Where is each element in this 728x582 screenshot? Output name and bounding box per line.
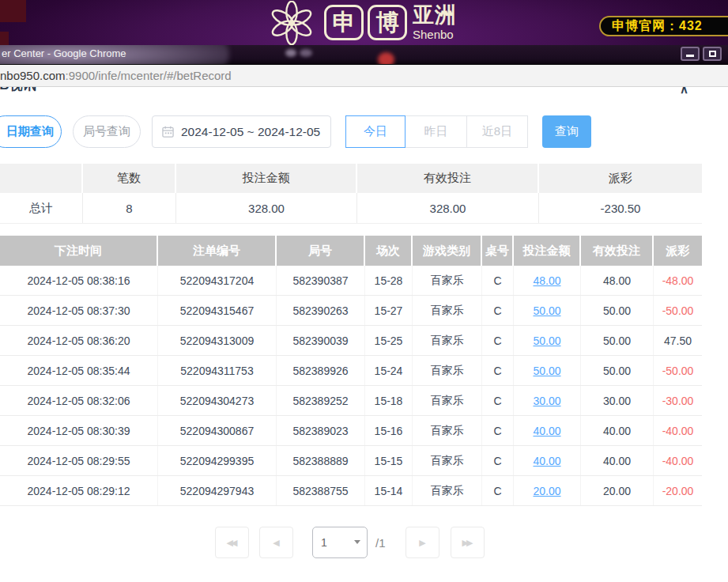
table-row: 2024-12-05 08:36:20 522094313009 5823900…	[0, 326, 702, 356]
game-type: 百家乐	[413, 476, 482, 505]
order-no: 522094299395	[158, 446, 277, 475]
table-no: C	[482, 296, 514, 325]
valid-bet: 50.00	[581, 296, 654, 325]
bet-amount-link[interactable]: 50.00	[533, 334, 560, 347]
table-no: C	[482, 386, 514, 415]
summary-total-label: 总计	[0, 193, 83, 223]
table-no: C	[482, 326, 514, 355]
summary-payout-value: -230.50	[539, 193, 702, 223]
valid-bet: 40.00	[581, 446, 654, 475]
bet-time: 2024-12-05 08:37:30	[0, 296, 158, 325]
session: 15-24	[365, 356, 413, 385]
bet-time: 2024-12-05 08:38:16	[0, 266, 158, 295]
session: 15-14	[365, 476, 413, 505]
round-query-tab[interactable]: 局号查询	[73, 115, 141, 148]
bet-amount-link[interactable]: 20.00	[533, 485, 560, 497]
summary-bet-value: 328.00	[176, 193, 357, 223]
game-type: 百家乐	[413, 416, 482, 445]
valid-bet: 48.00	[581, 266, 654, 295]
bet-amount-link[interactable]: 50.00	[533, 365, 560, 377]
next-page-button[interactable]: ▶	[405, 527, 439, 558]
session: 15-25	[365, 326, 413, 355]
payout-value: -30.00	[654, 386, 702, 415]
table-header-row: 下注时间 注单编号 局号 场次 游戏类别 桌号 投注金额 有效投注 派彩	[0, 236, 702, 266]
valid-bet: 20.00	[581, 476, 654, 505]
game-type: 百家乐	[413, 296, 482, 325]
last-page-button[interactable]: ▶▶	[451, 527, 485, 558]
session: 15-27	[365, 296, 413, 325]
header-payout: 派彩	[654, 236, 702, 266]
window-title: er Center - Google Chrome	[2, 47, 126, 59]
session: 15-18	[365, 386, 413, 415]
quick-range-group: 今日 昨日 近8日	[345, 115, 528, 148]
game-type: 百家乐	[413, 386, 482, 415]
date-range-input[interactable]: 2024-12-05 ~ 2024-12-05	[152, 115, 331, 148]
bet-time: 2024-12-05 08:29:12	[0, 476, 158, 505]
yesterday-button[interactable]: 昨日	[405, 115, 467, 148]
logo-char-box-1: 申	[324, 5, 364, 40]
first-page-button[interactable]: ◀◀	[215, 527, 249, 558]
summary-table: 笔数 投注金额 有效投注 派彩 总计 8 328.00 328.00 -230.…	[0, 164, 702, 224]
table-no: C	[482, 416, 514, 445]
url-host: nbo950.com	[0, 69, 66, 82]
titlebar-smudge-2	[300, 49, 312, 57]
today-label: 今日	[364, 124, 387, 139]
url-path: :9900/infe/mcenter/#/betRecord	[66, 69, 232, 82]
bet-amount-link[interactable]: 40.00	[533, 425, 560, 437]
round-query-label: 局号查询	[83, 124, 130, 139]
bet-records-table: 下注时间 注单编号 局号 场次 游戏类别 桌号 投注金额 有效投注 派彩 202…	[0, 236, 702, 506]
browser-titlebar: er Center - Google Chrome	[0, 45, 728, 65]
logo-subtitle: Shenbo	[413, 28, 457, 40]
table-no: C	[482, 266, 514, 295]
background-window-fragment-2	[0, 32, 9, 45]
game-type: 百家乐	[413, 446, 482, 475]
order-no: 522094311753	[158, 356, 277, 385]
payout-value: -40.00	[654, 446, 702, 475]
calendar-icon	[162, 126, 174, 138]
bet-time: 2024-12-05 08:29:55	[0, 446, 158, 475]
bet-amount-link[interactable]: 30.00	[533, 395, 560, 407]
summary-header-payout: 派彩	[539, 164, 702, 193]
bet-time: 2024-12-05 08:30:39	[0, 416, 158, 445]
summary-header-valid: 有效投注	[357, 164, 539, 193]
bet-time: 2024-12-05 08:32:06	[0, 386, 158, 415]
minimize-button[interactable]	[681, 47, 700, 61]
today-button[interactable]: 今日	[345, 115, 405, 148]
round-no: 582389023	[277, 416, 365, 445]
logo-region-text: 亚洲	[413, 5, 457, 26]
header-order-no: 注单编号	[158, 236, 277, 266]
bet-amount-link[interactable]: 40.00	[533, 455, 560, 467]
date-range-value: 2024-12-05 ~ 2024-12-05	[181, 125, 320, 139]
round-no: 582390039	[277, 326, 365, 355]
pagination: ◀◀ ◀ 1 /1 ▶ ▶▶	[0, 527, 702, 558]
date-query-tab[interactable]: 日期查询	[0, 115, 62, 148]
session: 15-28	[365, 266, 413, 295]
bet-amount-link[interactable]: 48.00	[533, 274, 560, 287]
table-no: C	[482, 476, 514, 505]
prev-page-button[interactable]: ◀	[259, 527, 293, 558]
order-no: 522094315467	[158, 296, 277, 325]
background-window-fragment	[0, 0, 26, 22]
table-row: 2024-12-05 08:30:39 522094300867 5823890…	[0, 416, 702, 446]
maximize-icon	[709, 51, 716, 57]
summary-valid-value: 328.00	[357, 193, 539, 223]
maximize-button[interactable]	[703, 47, 722, 61]
session: 15-16	[365, 416, 413, 445]
order-no: 522094297943	[158, 476, 277, 505]
address-bar[interactable]: nbo950.com:9900/infe/mcenter/#/betRecord	[0, 65, 728, 87]
table-no: C	[482, 446, 514, 475]
date-query-label: 日期查询	[6, 124, 54, 139]
bet-amount-link[interactable]: 50.00	[533, 304, 560, 317]
search-button[interactable]: 查询	[542, 115, 591, 148]
last-8-days-label: 近8日	[482, 124, 512, 139]
header-valid-bet: 有效投注	[581, 236, 654, 266]
page-select[interactable]: 1	[312, 527, 368, 558]
valid-bet: 40.00	[581, 416, 654, 445]
bet-record-panel: BB视讯 ∧ 日期查询 局号查询 2024-12-05 ~ 2024-12-05…	[0, 87, 728, 582]
summary-header-row: 笔数 投注金额 有效投注 派彩	[0, 164, 702, 193]
round-no: 582388889	[277, 446, 365, 475]
last-8-days-button[interactable]: 近8日	[466, 115, 528, 148]
official-site-badge[interactable]: 申博官网：432	[599, 16, 728, 36]
logo-char-1: 申	[333, 7, 356, 39]
game-type: 百家乐	[413, 326, 482, 355]
